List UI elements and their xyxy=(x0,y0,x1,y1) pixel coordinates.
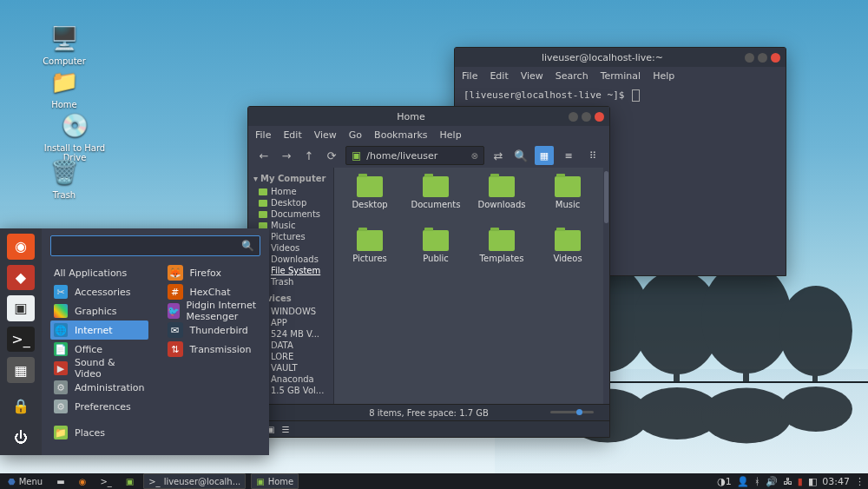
menu-go[interactable]: Go xyxy=(349,129,362,141)
menu-help[interactable]: Help xyxy=(653,70,674,82)
reload-button[interactable]: ⟳ xyxy=(323,147,340,164)
bluetooth-icon[interactable]: ᚼ xyxy=(754,476,760,487)
places-icon: 📁 xyxy=(54,426,68,439)
workspace-indicator[interactable]: ◑1 xyxy=(717,476,732,487)
menu-help[interactable]: Help xyxy=(440,129,462,141)
rail-terminal-icon[interactable]: >_ xyxy=(7,327,35,353)
user-icon[interactable]: 👤 xyxy=(737,476,749,487)
folder-public[interactable]: Public xyxy=(405,230,466,279)
menu-search-input[interactable] xyxy=(56,240,241,252)
minimize-button[interactable] xyxy=(569,112,578,122)
cat-all[interactable]: All Applications xyxy=(50,263,148,282)
launcher-firefox[interactable]: ◉ xyxy=(75,474,91,488)
app-pidgin[interactable]: 🐦Pidgin Internet Messenger xyxy=(164,301,261,320)
up-button[interactable]: ↑ xyxy=(300,147,318,164)
lock-icon[interactable]: 🔒 xyxy=(7,393,35,420)
launcher-files[interactable]: ▣ xyxy=(122,474,138,488)
cat-graphics[interactable]: Graphics xyxy=(50,301,148,320)
rail-app-icon[interactable]: ▦ xyxy=(7,357,35,383)
menu-terminal[interactable]: Terminal xyxy=(601,70,641,82)
desktop-icon-home[interactable]: 📁 Home xyxy=(31,66,97,109)
maximize-button[interactable] xyxy=(758,53,767,63)
applications-menu[interactable]: ◉ ◆ ▣ >_ ▦ 🔒 ⏻ 🔍 All Applications ✂Acces… xyxy=(0,228,269,455)
rail-firefox-icon[interactable]: ◉ xyxy=(7,234,35,260)
svg-rect-6 xyxy=(674,348,680,383)
menu-file[interactable]: File xyxy=(462,70,477,82)
app-transmission[interactable]: ⇅Transmission xyxy=(164,340,261,359)
cat-accessories[interactable]: ✂Accessories xyxy=(50,282,148,301)
folder-icon xyxy=(489,176,515,197)
fm-scrollbar[interactable] xyxy=(603,168,609,404)
menu-edit[interactable]: Edit xyxy=(490,70,508,82)
fm-titlebar[interactable]: Home xyxy=(248,107,609,126)
folder-icon xyxy=(259,211,267,218)
battery-icon[interactable]: ▮ xyxy=(798,476,803,487)
cat-internet[interactable]: 🌐Internet xyxy=(50,320,148,340)
list-view-button[interactable]: ≡ xyxy=(559,146,578,165)
network-icon[interactable]: 🖧 xyxy=(783,476,792,487)
tray-misc-icon[interactable]: ◧ xyxy=(808,476,817,487)
rail-files-icon[interactable]: ▣ xyxy=(7,295,35,321)
shutdown-icon[interactable]: ⏻ xyxy=(7,424,35,450)
menu-search[interactable]: 🔍 xyxy=(50,235,260,256)
rail-app-icon[interactable]: ◆ xyxy=(7,265,35,291)
menu-edit[interactable]: Edit xyxy=(283,129,301,141)
volume-icon[interactable]: 🔊 xyxy=(766,476,778,487)
cat-office[interactable]: 📄Office xyxy=(50,340,148,359)
tray-dots-icon[interactable]: ⋮ xyxy=(855,476,865,487)
terminal-body[interactable]: [liveuser@localhost-live ~]$ xyxy=(455,84,786,107)
menu-bookmarks[interactable]: Bookmarks xyxy=(374,129,427,141)
icon-view-button[interactable]: ▦ xyxy=(535,146,554,165)
sidebar-home[interactable]: Home xyxy=(252,186,330,197)
clock[interactable]: 03:47 xyxy=(822,476,850,487)
back-button[interactable]: ← xyxy=(255,147,273,164)
menu-file[interactable]: File xyxy=(255,129,271,141)
desktop-icon-computer[interactable]: 🖥️ Computer xyxy=(31,23,97,66)
folder-desktop[interactable]: Desktop xyxy=(339,176,400,225)
taskbar-window-home[interactable]: ▣Home xyxy=(251,473,299,489)
cat-sound[interactable]: ▶Sound & Video xyxy=(50,359,148,378)
search-icon: 🔍 xyxy=(241,240,254,252)
close-button[interactable] xyxy=(595,112,604,122)
launcher-terminal[interactable]: >_ xyxy=(95,474,115,488)
folder-downloads[interactable]: Downloads xyxy=(471,176,532,225)
cat-prefs[interactable]: ⚙Preferences xyxy=(50,397,148,416)
file-manager-window[interactable]: Home File Edit View Go Bookmarks Help ← … xyxy=(247,106,610,438)
desktop-icon-install[interactable]: 💿 Install to Hard Drive xyxy=(31,109,118,162)
folder-documents[interactable]: Documents xyxy=(405,176,466,225)
folder-templates[interactable]: Templates xyxy=(471,230,532,279)
menu-search[interactable]: Search xyxy=(556,70,589,82)
app-thunderbird[interactable]: ✉Thunderbird xyxy=(164,320,261,340)
path-bar[interactable]: ▣ /home/liveuser ⊗ xyxy=(345,146,484,165)
desktop[interactable]: 🖥️ Computer 📁 Home 💿 Install to Hard Dri… xyxy=(0,0,868,489)
taskbar-window-terminal[interactable]: >_liveuser@localh... xyxy=(143,473,246,489)
close-button[interactable] xyxy=(771,53,780,63)
tab-tree-icon[interactable]: ☰ xyxy=(281,425,289,434)
sidebar-desktop[interactable]: Desktop xyxy=(252,197,330,208)
menu-view[interactable]: View xyxy=(314,129,337,141)
cat-admin[interactable]: ⚙Administration xyxy=(50,378,148,397)
forward-button[interactable]: → xyxy=(278,147,295,164)
start-menu-button[interactable]: ⬣ Menu xyxy=(3,474,47,488)
app-hexchat[interactable]: #HexChat xyxy=(164,282,261,301)
app-firefox[interactable]: 🦊Firefox xyxy=(164,263,261,282)
folder-videos[interactable]: Videos xyxy=(537,230,598,279)
cat-places[interactable]: 📁Places xyxy=(50,423,148,442)
sidebar-hdr-mycomputer[interactable]: ▾My Computer xyxy=(252,171,330,186)
compact-view-button[interactable]: ⠿ xyxy=(583,146,602,165)
menu-view[interactable]: View xyxy=(521,70,543,82)
folder-pictures[interactable]: Pictures xyxy=(339,230,400,279)
desktop-icon-trash[interactable]: 🗑️ Trash xyxy=(31,156,97,200)
folder-music[interactable]: Music xyxy=(537,176,598,225)
computer-icon: 🖥️ xyxy=(49,23,80,54)
toggle-location-button[interactable]: ⇄ xyxy=(490,147,507,164)
show-desktop-button[interactable]: ▬ xyxy=(52,474,69,488)
minimize-button[interactable] xyxy=(745,53,754,63)
zoom-slider[interactable] xyxy=(550,411,594,413)
sidebar-documents[interactable]: Documents xyxy=(252,208,330,220)
maximize-button[interactable] xyxy=(582,112,591,122)
clear-path-icon[interactable]: ⊗ xyxy=(471,151,478,161)
search-button[interactable]: 🔍 xyxy=(512,147,529,164)
terminal-titlebar[interactable]: liveuser@localhost-live:~ xyxy=(455,48,786,67)
fm-main[interactable]: Desktop Documents Downloads Music Pictur… xyxy=(334,168,603,404)
